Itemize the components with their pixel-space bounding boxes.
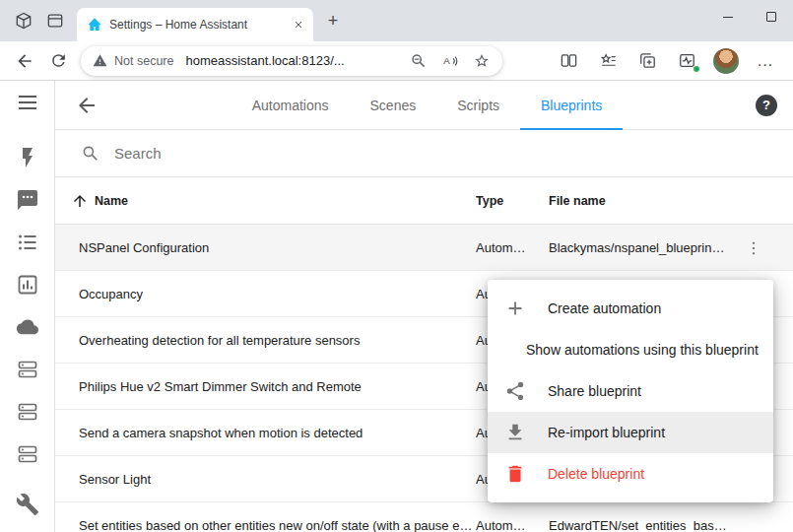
tab-scenes[interactable]: Scenes [350, 81, 437, 130]
help-button[interactable]: ? [756, 95, 777, 116]
row-overflow-menu-icon[interactable]: ⋮ [744, 237, 763, 257]
column-header-name[interactable]: Name [55, 192, 476, 210]
sidebar-energy-icon[interactable] [16, 146, 39, 169]
row-type: Autom… [476, 518, 549, 532]
tab-title: Settings – Home Assistant [109, 18, 282, 32]
browser-tab-strip: Settings – Home Assistant + [0, 0, 793, 41]
browser-essentials-icon[interactable] [667, 44, 706, 78]
tab-scripts[interactable]: Scripts [436, 81, 520, 130]
favorites-hub-icon[interactable] [588, 44, 628, 78]
column-header-type[interactable]: Type [476, 194, 549, 208]
row-type: Autom… [476, 240, 549, 255]
blueprint-context-menu: Create automation Show automations using… [488, 280, 773, 502]
sidebar-logbook-icon[interactable] [16, 231, 39, 254]
row-name: NSPanel Configuration [55, 240, 476, 255]
table-header: Name Type File name [55, 177, 793, 225]
essentials-status-dot [693, 65, 700, 73]
ha-header: Automations Scenes Scripts Blueprints ? [55, 81, 793, 130]
menu-item-label: Create automation [548, 300, 661, 316]
sidebar-assist-icon[interactable] [16, 188, 39, 212]
tab-automations[interactable]: Automations [231, 81, 350, 130]
workspaces-icon[interactable] [8, 5, 39, 36]
home-assistant-favicon [87, 17, 102, 33]
more-icon: … [757, 51, 774, 71]
search-field[interactable]: Search [55, 130, 793, 177]
browser-toolbar: Not secure homeassistant.local:8123/... … [0, 41, 793, 81]
sidebar-history-icon[interactable] [16, 273, 39, 297]
search-placeholder: Search [114, 145, 162, 162]
avatar-image [713, 48, 739, 74]
sidebar-menu-button[interactable] [16, 91, 39, 114]
sidebar-server-icon-2[interactable] [16, 400, 39, 424]
read-aloud-icon[interactable]: A [441, 52, 459, 70]
menu-item-reimport-blueprint[interactable]: Re-import blueprint [488, 412, 773, 453]
menu-item-delete-blueprint[interactable]: Delete blueprint [488, 453, 773, 495]
back-button[interactable] [8, 44, 41, 78]
sidebar-server-icon-3[interactable] [16, 442, 39, 466]
row-name: Set entities based on other entities new… [55, 518, 476, 532]
menu-item-create-automation[interactable]: Create automation [488, 288, 773, 329]
svg-text:A: A [443, 55, 450, 66]
sort-ascending-icon [71, 192, 89, 210]
collections-icon[interactable] [628, 44, 667, 78]
url-text: homeassistant.local:8123/... [185, 53, 344, 68]
row-name: Send a camera snapshot when motion is de… [55, 426, 476, 440]
address-bar[interactable]: Not secure homeassistant.local:8123/... … [81, 46, 502, 76]
ha-back-icon[interactable] [75, 94, 99, 117]
table-row[interactable]: Set entities based on other entities new… [55, 502, 793, 532]
address-bar-icons: A [410, 52, 491, 70]
browser-menu-button[interactable]: … [746, 44, 785, 78]
sidebar-server-icon-1[interactable] [16, 358, 39, 381]
minimize-icon [723, 17, 733, 18]
column-header-file[interactable]: File name [549, 194, 736, 208]
menu-item-label: Delete blueprint [548, 466, 644, 482]
not-secure-icon [93, 53, 107, 68]
column-header-name-label: Name [95, 194, 128, 208]
table-row[interactable]: NSPanel Configuration Autom… Blackymas/n… [55, 225, 793, 271]
window-controls [706, 0, 793, 33]
ha-sidebar [0, 81, 55, 532]
menu-item-label: Show automations using this blueprint [526, 342, 759, 358]
security-label: Not secure [114, 54, 173, 68]
maximize-icon [766, 12, 776, 22]
tab-blueprints[interactable]: Blueprints [520, 81, 623, 130]
favorite-star-icon[interactable] [473, 52, 491, 70]
maximize-button[interactable] [750, 0, 793, 33]
profile-avatar[interactable] [706, 44, 746, 78]
ha-nav-tabs: Automations Scenes Scripts Blueprints [99, 81, 756, 130]
row-name: Sensor Light [55, 472, 476, 487]
split-screen-icon[interactable] [549, 44, 588, 78]
tab-actions-icon[interactable] [39, 5, 71, 36]
menu-item-label: Share blueprint [548, 383, 641, 399]
new-tab-button[interactable]: + [319, 7, 347, 34]
zoom-out-icon[interactable] [410, 52, 428, 70]
tab-close-icon[interactable] [290, 16, 307, 33]
minimize-button[interactable] [706, 0, 750, 33]
row-file: EdwardTEN/set_entities_bas… [549, 518, 736, 532]
menu-item-show-automations[interactable]: Show automations using this blueprint [488, 329, 773, 370]
search-icon [81, 144, 100, 164]
sidebar-cloud-icon[interactable] [16, 315, 39, 339]
menu-item-share-blueprint[interactable]: Share blueprint [488, 370, 773, 412]
home-assistant-page: Automations Scenes Scripts Blueprints ? … [0, 81, 793, 532]
refresh-button[interactable] [41, 44, 75, 78]
row-name: Occupancy [55, 287, 476, 301]
row-file: Blackymas/nspanel_blueprin… [549, 240, 736, 255]
row-name: Overheating detection for all temperatur… [55, 333, 476, 348]
menu-item-label: Re-import blueprint [548, 425, 665, 440]
browser-tab[interactable]: Settings – Home Assistant [77, 8, 313, 41]
sidebar-developer-tools-icon[interactable] [16, 493, 39, 516]
row-name: Philips Hue v2 Smart Dimmer Switch and R… [55, 379, 476, 394]
toolbar-right-icons: … [549, 44, 785, 78]
